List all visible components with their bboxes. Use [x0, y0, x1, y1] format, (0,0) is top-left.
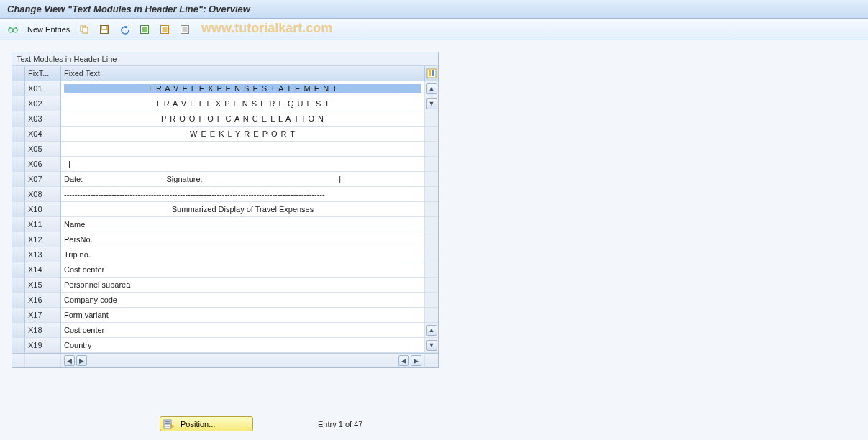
row-selector[interactable]: [12, 293, 25, 308]
scroll-right-end-button[interactable]: ▶: [411, 355, 421, 366]
cell-text[interactable]: Personnel subarea: [61, 278, 425, 293]
row-selector[interactable]: [12, 308, 25, 323]
cell-code[interactable]: X18: [25, 323, 61, 338]
row-selector[interactable]: [12, 187, 25, 202]
select-all-button[interactable]: [136, 22, 153, 37]
new-entries-button[interactable]: New Entries: [24, 23, 73, 36]
cell-text[interactable]: Cost center: [61, 323, 425, 338]
scrollbar-cell[interactable]: ▲: [425, 323, 438, 338]
scrollbar-track[interactable]: [425, 262, 438, 278]
cell-code[interactable]: X12: [25, 232, 61, 247]
row-selector[interactable]: [12, 96, 25, 111]
table-row[interactable]: X14Cost center: [12, 262, 438, 278]
row-selector[interactable]: [12, 247, 25, 262]
cell-text[interactable]: Date: __________________ Signature: ____…: [61, 172, 425, 187]
cell-code[interactable]: X11: [25, 217, 61, 232]
column-header-code[interactable]: FixT...: [25, 66, 61, 81]
table-row[interactable]: X15Personnel subarea: [12, 278, 438, 293]
scroll-down-end-button[interactable]: ▼: [426, 340, 437, 351]
table-row[interactable]: X03P R O O F O F C A N C E L L A T I O N: [12, 111, 438, 127]
row-selector[interactable]: [12, 81, 25, 96]
select-block-button[interactable]: [156, 22, 173, 37]
scrollbar-cell[interactable]: ▼: [425, 96, 438, 111]
table-row[interactable]: X16Company code: [12, 293, 438, 308]
table-row[interactable]: X08-------------------------------------…: [12, 187, 438, 202]
column-header-marker[interactable]: [12, 66, 25, 81]
table-row[interactable]: X05: [12, 142, 438, 157]
cell-text[interactable]: Summarized Display of Travel Expenses: [61, 202, 425, 217]
cell-code[interactable]: X06: [25, 157, 61, 172]
scrollbar-track[interactable]: [425, 127, 438, 142]
scrollbar-track[interactable]: [425, 157, 438, 172]
cell-text[interactable]: T R A V E L E X P E N S E S T A T E M E …: [61, 81, 425, 96]
cell-text[interactable]: PersNo.: [61, 232, 425, 247]
cell-code[interactable]: X02: [25, 96, 61, 111]
table-row[interactable]: X02T R A V E L E X P E N S E R E Q U E S…: [12, 96, 438, 111]
row-selector[interactable]: [12, 262, 25, 278]
cell-text[interactable]: Form variant: [61, 308, 425, 323]
cell-text[interactable]: Company code: [61, 293, 425, 308]
scroll-right-button[interactable]: ▶: [76, 355, 87, 366]
scroll-left-button[interactable]: ◀: [64, 355, 75, 366]
cell-code[interactable]: X14: [25, 262, 61, 278]
scrollbar-cell[interactable]: ▼: [425, 338, 438, 353]
cell-text[interactable]: Name: [61, 217, 425, 232]
table-row[interactable]: X04W E E K L Y R E P O R T: [12, 127, 438, 142]
toggle-view-button[interactable]: [4, 22, 22, 37]
scroll-left-end-button[interactable]: ◀: [398, 355, 409, 366]
scrollbar-track[interactable]: [425, 202, 438, 217]
row-selector[interactable]: [12, 202, 25, 217]
cell-code[interactable]: X04: [25, 127, 61, 142]
scrollbar-track[interactable]: [425, 293, 438, 308]
cell-text[interactable]: Cost center: [61, 262, 425, 278]
scrollbar-track[interactable]: [425, 142, 438, 157]
row-selector[interactable]: [12, 323, 25, 338]
cell-code[interactable]: X13: [25, 247, 61, 262]
cell-text[interactable]: T R A V E L E X P E N S E R E Q U E S T: [61, 96, 425, 111]
cell-text[interactable]: P R O O F O F C A N C E L L A T I O N: [61, 111, 425, 127]
column-header-text[interactable]: Fixed Text: [61, 66, 425, 81]
cell-code[interactable]: X01: [25, 81, 61, 96]
cell-text[interactable]: [61, 142, 425, 157]
scrollbar-track[interactable]: [425, 308, 438, 323]
cell-code[interactable]: X16: [25, 293, 61, 308]
deselect-all-button[interactable]: [176, 22, 193, 37]
table-row[interactable]: X06| |: [12, 157, 438, 172]
position-button[interactable]: Position...: [160, 416, 253, 431]
table-row[interactable]: X19Country▼: [12, 338, 438, 353]
cell-text[interactable]: W E E K L Y R E P O R T: [61, 127, 425, 142]
row-selector[interactable]: [12, 127, 25, 142]
scrollbar-track[interactable]: [425, 111, 438, 127]
scroll-down-button[interactable]: ▼: [426, 98, 437, 109]
table-row[interactable]: X07 Date: __________________ Signature: …: [12, 172, 438, 187]
scrollbar-track[interactable]: [425, 247, 438, 262]
cell-text[interactable]: ----------------------------------------…: [61, 187, 425, 202]
cell-code[interactable]: X07: [25, 172, 61, 187]
table-row[interactable]: X12PersNo.: [12, 232, 438, 247]
row-selector[interactable]: [12, 111, 25, 127]
cell-code[interactable]: X17: [25, 308, 61, 323]
cell-code[interactable]: X15: [25, 278, 61, 293]
scrollbar-track[interactable]: [425, 278, 438, 293]
column-header-config[interactable]: [425, 66, 438, 81]
row-selector[interactable]: [12, 338, 25, 353]
cell-code[interactable]: X10: [25, 202, 61, 217]
scroll-up-end-button[interactable]: ▲: [426, 325, 437, 336]
row-selector[interactable]: [12, 157, 25, 172]
cell-code[interactable]: X19: [25, 338, 61, 353]
table-row[interactable]: X17Form variant: [12, 308, 438, 323]
cell-text[interactable]: | |: [61, 157, 425, 172]
cell-text[interactable]: Country: [61, 338, 425, 353]
scroll-up-button[interactable]: ▲: [426, 83, 437, 94]
save-button[interactable]: [96, 22, 113, 37]
row-selector[interactable]: [12, 142, 25, 157]
row-selector[interactable]: [12, 217, 25, 232]
horizontal-scrollbar[interactable]: ◀ ▶ ◀ ▶: [61, 354, 425, 367]
table-row[interactable]: X10Summarized Display of Travel Expenses: [12, 202, 438, 217]
cell-text[interactable]: Trip no.: [61, 247, 425, 262]
cell-code[interactable]: X03: [25, 111, 61, 127]
cell-code[interactable]: X05: [25, 142, 61, 157]
cell-code[interactable]: X08: [25, 187, 61, 202]
scrollbar-track[interactable]: [425, 172, 438, 187]
scrollbar-track[interactable]: [425, 232, 438, 247]
